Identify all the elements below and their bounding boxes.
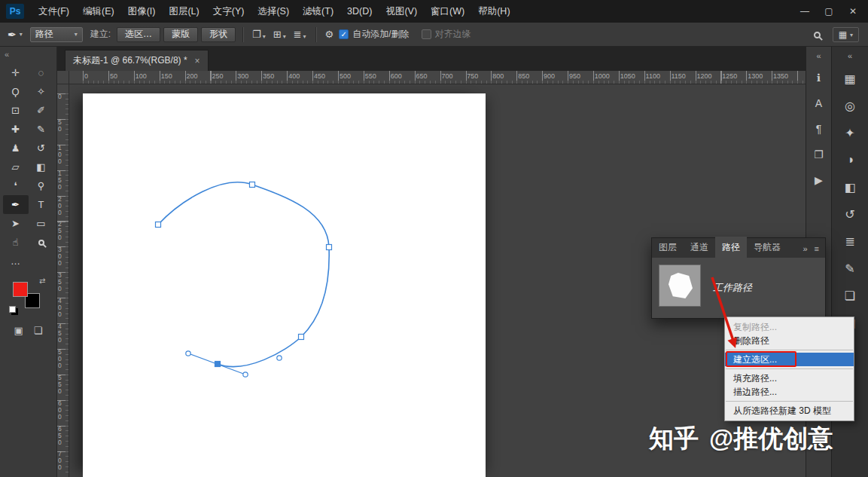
context-menu-item[interactable] xyxy=(725,366,854,372)
history-panel-icon[interactable]: ↺ xyxy=(832,200,868,228)
masks-panel-icon[interactable]: ◧ xyxy=(832,173,868,200)
pen-options-gear-button[interactable]: ⚙ xyxy=(321,29,338,40)
panel-tab-bar: 图层通道路径导航器 » ≡ xyxy=(652,238,825,258)
ruler-number: 550 xyxy=(364,71,389,80)
align-edges-checkbox[interactable] xyxy=(422,29,431,39)
panel-tab[interactable]: 路径 xyxy=(715,237,747,258)
maximize-button[interactable]: ▢ xyxy=(817,0,841,23)
gradient-tool[interactable]: ◧ xyxy=(29,157,54,176)
tab-overflow-icon[interactable]: » xyxy=(803,244,807,253)
hand-tool[interactable]: ☝ xyxy=(3,233,29,252)
context-menu-item[interactable]: 建立选区... xyxy=(725,353,854,366)
document-tab[interactable]: 未标题-1 @ 66.7%(RGB/8) * × xyxy=(65,50,209,71)
make-mask-button[interactable]: 蒙版 xyxy=(163,27,198,42)
color-panel-icon[interactable]: ◎ xyxy=(832,92,868,119)
blur-tool[interactable]: ❛ xyxy=(3,176,29,195)
zoom-tool[interactable] xyxy=(29,233,54,252)
eyedropper-tool[interactable]: ✐ xyxy=(29,101,54,120)
make-selection-button[interactable]: 选区… xyxy=(117,27,160,42)
context-menu-item[interactable]: 删除路径 xyxy=(725,334,854,347)
collapse-tools-icon[interactable]: « xyxy=(0,47,56,63)
path-alignment-button[interactable]: ⊞ ▾ xyxy=(270,29,290,40)
crop-tool[interactable]: ⊡ xyxy=(3,101,29,120)
menu-item[interactable]: 3D(D) xyxy=(340,0,379,23)
type-tool[interactable]: T xyxy=(29,195,54,214)
adjustments-panel-icon[interactable]: ◑ xyxy=(832,146,868,173)
menu-item[interactable]: 编辑(E) xyxy=(76,0,121,23)
panel-tab[interactable]: 图层 xyxy=(652,237,684,258)
menu-items: 文件(F)编辑(E)图像(I)图层(L)文字(Y)选择(S)滤镜(T)3D(D)… xyxy=(32,0,517,23)
ruler-number: 1100 xyxy=(644,71,670,80)
path-arrangement-button[interactable]: ≣ ▾ xyxy=(290,29,310,40)
properties-panel-icon[interactable]: ≣ xyxy=(832,228,868,255)
menu-item[interactable]: 视图(V) xyxy=(379,0,424,23)
context-menu-item[interactable]: 描边路径... xyxy=(725,385,854,399)
menu-item[interactable]: 文字(Y) xyxy=(206,0,251,23)
context-menu-item[interactable] xyxy=(725,347,854,353)
context-menu-item[interactable]: 复制路径... xyxy=(725,320,854,334)
collapse-dock-icon[interactable]: « xyxy=(806,47,831,65)
lasso-tool[interactable]: Ϙ xyxy=(3,82,29,101)
clone-stamp-tool[interactable]: ♟ xyxy=(3,139,29,157)
work-path-row[interactable]: 工作路径 xyxy=(652,258,825,318)
search-icon[interactable] xyxy=(814,32,821,38)
brush-tool[interactable]: ✎ xyxy=(29,120,54,139)
ruler-number: 900 xyxy=(542,71,568,80)
context-menu-item[interactable]: 从所选路径新建 3D 模型 xyxy=(725,404,854,417)
character-panel-icon[interactable]: A xyxy=(806,90,831,116)
ruler-number: 1150 xyxy=(669,71,695,80)
marquee-tool[interactable]: ◌ xyxy=(29,63,54,82)
clone-source-panel-icon[interactable]: ❐ xyxy=(806,142,831,167)
paragraph-panel-icon[interactable]: ¶ xyxy=(806,116,831,142)
styles-panel-icon[interactable]: ✦ xyxy=(832,119,868,146)
chevron-down-icon: ▾ xyxy=(20,31,23,38)
close-tab-icon[interactable]: × xyxy=(195,56,200,66)
info-panel-icon[interactable]: ℹ xyxy=(806,65,831,90)
document-canvas[interactable] xyxy=(83,93,486,477)
context-menu-item[interactable] xyxy=(725,399,854,404)
actions-panel-icon[interactable]: ▶ xyxy=(806,167,831,193)
tool-preset-picker[interactable]: ✒ ▾ xyxy=(0,29,29,41)
minimize-button[interactable]: — xyxy=(793,0,817,23)
healing-brush-tool[interactable]: ✚ xyxy=(3,120,29,139)
quick-mask-icon[interactable]: ▣ xyxy=(14,325,23,336)
pen-tool[interactable]: ✒ xyxy=(3,195,29,214)
vertical-ruler: 0501001502002503003504004505005506006507… xyxy=(57,84,69,477)
panel-tab[interactable]: 导航器 xyxy=(747,237,787,258)
quick-selection-tool[interactable]: ✧ xyxy=(29,82,54,101)
foreground-color-swatch[interactable] xyxy=(13,282,28,297)
menu-item[interactable]: 滤镜(T) xyxy=(296,0,340,23)
path-selection-tool[interactable]: ➤ xyxy=(3,214,29,233)
rectangle-tool[interactable]: ▭ xyxy=(29,214,54,233)
work-path-label: 工作路径 xyxy=(713,281,752,295)
layers-panel-icon[interactable]: ❏ xyxy=(832,282,868,309)
context-menu-item[interactable]: 填充路径... xyxy=(725,372,854,385)
menu-item[interactable]: 图层(L) xyxy=(162,0,206,23)
path-operations-button[interactable]: ❐ ▾ xyxy=(248,29,270,40)
dodge-tool[interactable]: ⚲ xyxy=(29,176,54,195)
move-tool[interactable]: ✛ xyxy=(3,63,29,82)
eraser-tool[interactable]: ▱ xyxy=(3,157,29,176)
path-thumbnail[interactable] xyxy=(659,264,701,307)
auto-add-delete-checkbox[interactable]: ✓ xyxy=(339,29,349,39)
menu-item[interactable]: 窗口(W) xyxy=(424,0,471,23)
swatches-panel-icon[interactable]: ▦ xyxy=(832,65,868,92)
tool-mode-dropdown[interactable]: 路径 ▾ xyxy=(30,27,83,42)
more-tools[interactable]: … xyxy=(3,252,29,271)
menu-item[interactable]: 选择(S) xyxy=(251,0,296,23)
panel-tab[interactable]: 通道 xyxy=(684,237,715,258)
collapse-dock-icon[interactable]: « xyxy=(832,47,868,65)
default-colors-icon[interactable] xyxy=(9,306,16,313)
brush-panel-icon[interactable]: ✎ xyxy=(832,255,868,282)
close-button[interactable]: ✕ xyxy=(841,0,865,23)
screen-mode-icon[interactable]: ❏ xyxy=(34,325,43,336)
workspace-switcher-button[interactable]: ▦ ▾ xyxy=(833,27,859,42)
history-brush-tool[interactable]: ↺ xyxy=(29,139,54,157)
menu-item[interactable]: 帮助(H) xyxy=(471,0,516,23)
paths-panel: 图层通道路径导航器 » ≡ 工作路径 xyxy=(651,237,826,319)
swap-colors-icon[interactable]: ⇄ xyxy=(39,277,45,285)
make-shape-button[interactable]: 形状 xyxy=(201,27,236,42)
menu-item[interactable]: 文件(F) xyxy=(32,0,76,23)
menu-item[interactable]: 图像(I) xyxy=(121,0,163,23)
panel-menu-icon[interactable]: ≡ xyxy=(815,244,819,253)
